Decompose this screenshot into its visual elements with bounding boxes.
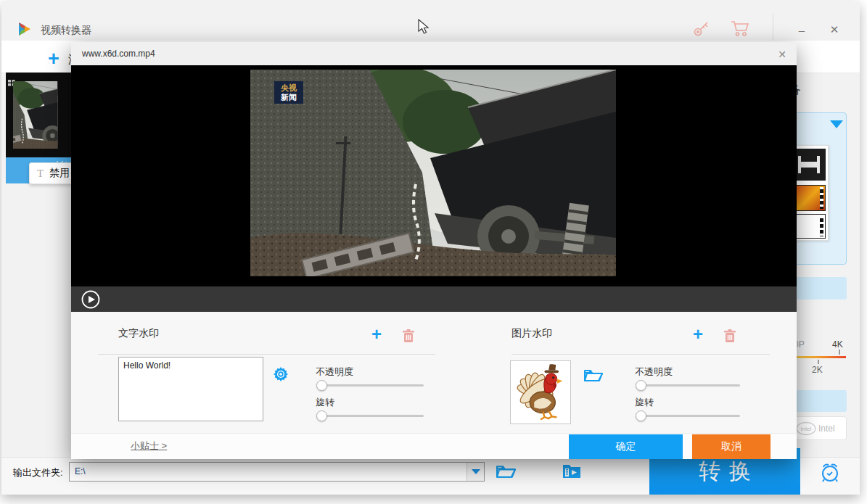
watermark-image-preview[interactable] <box>510 360 571 424</box>
format-dropdown-icon[interactable] <box>830 120 843 128</box>
resolution-label-4k: 4K <box>832 339 843 350</box>
titlebar-divider <box>773 13 773 41</box>
browse-image-folder-icon[interactable] <box>584 368 603 386</box>
key-icon[interactable] <box>692 19 711 41</box>
app-title: 视频转换器 <box>41 24 91 37</box>
image-opacity-label: 不透明度 <box>635 365 673 379</box>
image-opacity-thumb[interactable] <box>636 380 646 391</box>
image-rotate-slider[interactable] <box>636 415 740 417</box>
text-settings-gear-icon[interactable] <box>273 366 289 385</box>
resolution-tick-2k <box>818 360 819 364</box>
section-divider <box>511 354 770 355</box>
shopping-cart-icon[interactable] <box>730 20 750 41</box>
cancel-button[interactable]: 取消 <box>692 434 771 459</box>
dialog-header[interactable]: www.x6d.com.mp4 ✕ <box>71 42 797 65</box>
image-rotate-label: 旋转 <box>635 396 654 409</box>
minimize-button[interactable]: – <box>789 17 815 42</box>
text-watermark-title: 文字水印 <box>118 327 159 340</box>
section-divider <box>98 354 435 355</box>
browse-folder-button[interactable] <box>496 463 516 482</box>
dialog-close-icon[interactable]: ✕ <box>772 46 792 62</box>
intel-badge: intel Intel <box>792 416 847 440</box>
output-folder-label: 输出文件夹: <box>13 466 63 479</box>
video-thumbnail[interactable] <box>13 81 71 149</box>
video-frame <box>250 70 616 276</box>
text-rotate-label: 旋转 <box>316 396 334 409</box>
text-rotate-thumb[interactable] <box>316 410 327 421</box>
text-opacity-label: 不透明度 <box>316 365 353 379</box>
output-folder-value: E:\ <box>75 466 86 476</box>
app-logo-icon <box>16 20 33 41</box>
add-files-plus-icon[interactable]: + <box>48 48 59 70</box>
text-tool-icon: T <box>37 168 44 180</box>
delete-image-watermark-icon[interactable] <box>724 329 736 346</box>
watermark-text-input[interactable]: Hello World! <box>118 357 263 421</box>
watermark-dialog: www.x6d.com.mp4 ✕ 00:00:00 / 00:00:12 文字… <box>71 42 797 459</box>
close-button[interactable]: ✕ <box>821 17 847 42</box>
text-opacity-slider[interactable] <box>317 384 424 387</box>
delete-text-watermark-icon[interactable] <box>403 329 414 346</box>
image-opacity-slider[interactable] <box>636 384 740 387</box>
image-rotate-thumb[interactable] <box>636 410 646 421</box>
text-opacity-thumb[interactable] <box>316 380 327 391</box>
disable-tab-label: 禁用 <box>49 167 70 180</box>
svg-text:intel: intel <box>801 426 812 432</box>
player-bar: 00:00:00 / 00:00:12 <box>71 286 797 312</box>
output-folder-combobox[interactable]: E:\ <box>69 462 485 482</box>
resolution-label-2k: 2K <box>812 365 823 375</box>
alarm-clock-icon[interactable] <box>818 460 842 487</box>
tips-link[interactable]: 小贴士 > <box>131 439 167 453</box>
open-output-media-button[interactable] <box>562 462 582 483</box>
add-text-watermark-button[interactable]: + <box>371 324 382 344</box>
dialog-title: www.x6d.com.mp4 <box>82 49 155 59</box>
dropdown-arrow-icon <box>472 469 480 474</box>
format-thumb-film-1 <box>792 185 826 211</box>
dialog-footer <box>71 433 797 459</box>
format-thumb-film-2 <box>792 214 826 239</box>
text-rotate-slider[interactable] <box>317 415 424 417</box>
svg-text:Intel: Intel <box>818 424 835 434</box>
titlebar: 视频转换器 – ✕ <box>1 1 860 41</box>
format-thumb-dark <box>792 149 826 181</box>
ok-button[interactable]: 确定 <box>569 434 683 459</box>
image-watermark-title: 图片水印 <box>511 327 552 340</box>
add-image-watermark-button[interactable]: + <box>693 324 703 344</box>
play-button[interactable] <box>81 290 100 312</box>
mouse-cursor <box>418 19 430 38</box>
resolution-tick-4k <box>839 350 840 355</box>
combobox-dropdown-button[interactable] <box>467 463 484 481</box>
